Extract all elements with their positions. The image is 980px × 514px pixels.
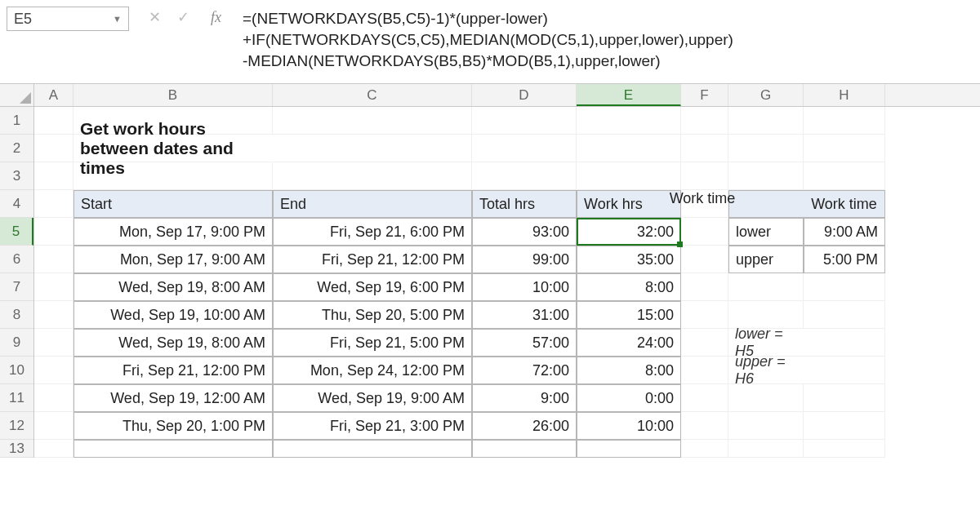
cell[interactable]: [681, 357, 728, 384]
row-header-12[interactable]: 12: [0, 412, 33, 440]
cell[interactable]: [804, 107, 885, 135]
row-header-13[interactable]: 13: [0, 440, 33, 458]
cell-work[interactable]: 32:00: [577, 218, 681, 246]
cell-total[interactable]: 72:00: [472, 357, 577, 384]
cell-start[interactable]: Mon, Sep 17, 9:00 AM: [74, 246, 273, 273]
worktime-lower-label[interactable]: lower: [728, 218, 804, 246]
row-header-3[interactable]: 3: [0, 162, 33, 190]
cell[interactable]: [804, 412, 885, 440]
worktime-upper-label[interactable]: upper: [728, 246, 804, 273]
cell[interactable]: [728, 135, 804, 162]
cell-start[interactable]: Mon, Sep 17, 9:00 PM: [74, 218, 273, 246]
row-header-9[interactable]: 9: [0, 329, 33, 357]
cell[interactable]: [34, 107, 74, 135]
col-header-G[interactable]: G: [728, 84, 804, 106]
cell[interactable]: [34, 440, 74, 458]
cell-start[interactable]: Wed, Sep 19, 10:00 AM: [74, 301, 273, 329]
cell[interactable]: [681, 412, 728, 440]
cell[interactable]: [472, 162, 577, 190]
col-header-B[interactable]: B: [74, 84, 273, 106]
row-header-10[interactable]: 10: [0, 357, 33, 384]
cell[interactable]: [34, 301, 74, 329]
cell[interactable]: [804, 273, 885, 301]
row-header-8[interactable]: 8: [0, 301, 33, 329]
cell[interactable]: [34, 273, 74, 301]
cell-end[interactable]: Wed, Sep 19, 9:00 AM: [273, 384, 472, 412]
row-header-6[interactable]: 6: [0, 246, 33, 273]
cell[interactable]: [34, 357, 74, 384]
cell-total[interactable]: 26:00: [472, 412, 577, 440]
header-start[interactable]: Start: [74, 190, 273, 218]
cell-work[interactable]: 0:00: [577, 384, 681, 412]
cell[interactable]: [681, 384, 728, 412]
cell[interactable]: [804, 162, 885, 190]
fx-icon[interactable]: fx: [211, 9, 221, 26]
row-header-4[interactable]: 4: [0, 190, 33, 218]
cell[interactable]: [34, 162, 74, 190]
cell-work[interactable]: 24:00: [577, 329, 681, 357]
cell[interactable]: [728, 412, 804, 440]
cell[interactable]: [681, 246, 728, 273]
worktime-upper-val[interactable]: 5:00 PM: [804, 246, 885, 273]
cell[interactable]: [577, 135, 681, 162]
cell[interactable]: [34, 384, 74, 412]
enter-icon[interactable]: ✓: [177, 8, 189, 26]
cell[interactable]: [273, 440, 472, 458]
cell[interactable]: [273, 135, 472, 162]
col-header-D[interactable]: D: [472, 84, 577, 106]
cell-end[interactable]: Wed, Sep 19, 6:00 PM: [273, 273, 472, 301]
cancel-icon[interactable]: ✕: [149, 8, 161, 26]
col-header-H[interactable]: H: [804, 84, 885, 106]
cell[interactable]: [728, 162, 804, 190]
cell[interactable]: [804, 135, 885, 162]
cell[interactable]: [472, 107, 577, 135]
worktime-header[interactable]: [728, 190, 804, 218]
cell[interactable]: [681, 440, 728, 458]
row-header-5[interactable]: 5: [0, 218, 33, 246]
cell[interactable]: [34, 412, 74, 440]
cell[interactable]: [681, 218, 728, 246]
cell-end[interactable]: Fri, Sep 21, 3:00 PM: [273, 412, 472, 440]
cell-end[interactable]: Mon, Sep 24, 12:00 PM: [273, 357, 472, 384]
cell[interactable]: [681, 135, 728, 162]
cell[interactable]: [681, 162, 728, 190]
cell[interactable]: [472, 440, 577, 458]
cell[interactable]: [74, 440, 273, 458]
cell-work[interactable]: 10:00: [577, 412, 681, 440]
name-box[interactable]: E5 ▼: [7, 7, 129, 31]
row-header-7[interactable]: 7: [0, 273, 33, 301]
row-header-2[interactable]: 2: [0, 135, 33, 162]
cell[interactable]: [273, 107, 472, 135]
cell[interactable]: [34, 135, 74, 162]
col-header-E[interactable]: E: [577, 84, 681, 106]
dropdown-icon[interactable]: ▼: [113, 14, 122, 24]
cell-start[interactable]: Wed, Sep 19, 8:00 AM: [74, 329, 273, 357]
cell[interactable]: [34, 218, 74, 246]
worktime-lower-val[interactable]: 9:00 AM: [804, 218, 885, 246]
cell[interactable]: [728, 273, 804, 301]
cell[interactable]: [34, 190, 74, 218]
col-header-A[interactable]: A: [34, 84, 74, 106]
cell[interactable]: [577, 440, 681, 458]
cell-start[interactable]: Wed, Sep 19, 12:00 AM: [74, 384, 273, 412]
cell[interactable]: [681, 329, 728, 357]
cell-work[interactable]: 15:00: [577, 301, 681, 329]
cell-total[interactable]: 93:00: [472, 218, 577, 246]
formula-input[interactable]: =(NETWORKDAYS(B5,C5)-1)*(upper-lower) +I…: [238, 7, 973, 73]
cell-start[interactable]: Wed, Sep 19, 8:00 AM: [74, 273, 273, 301]
cell-total[interactable]: 10:00: [472, 273, 577, 301]
cell-work[interactable]: 8:00: [577, 357, 681, 384]
cell[interactable]: [804, 440, 885, 458]
cell[interactable]: [577, 107, 681, 135]
cell[interactable]: [804, 301, 885, 329]
row-header-1[interactable]: 1: [0, 107, 33, 135]
worktime-header2[interactable]: Work time: [804, 190, 885, 218]
cell[interactable]: [681, 107, 728, 135]
cell[interactable]: [74, 162, 273, 190]
cell-start[interactable]: Thu, Sep 20, 1:00 PM: [74, 412, 273, 440]
cell[interactable]: [273, 162, 472, 190]
cell[interactable]: [681, 190, 728, 218]
cells-area[interactable]: Get work hours between dates and times S…: [34, 107, 980, 458]
page-title[interactable]: Get work hours between dates and times: [74, 135, 273, 162]
cell[interactable]: [681, 273, 728, 301]
